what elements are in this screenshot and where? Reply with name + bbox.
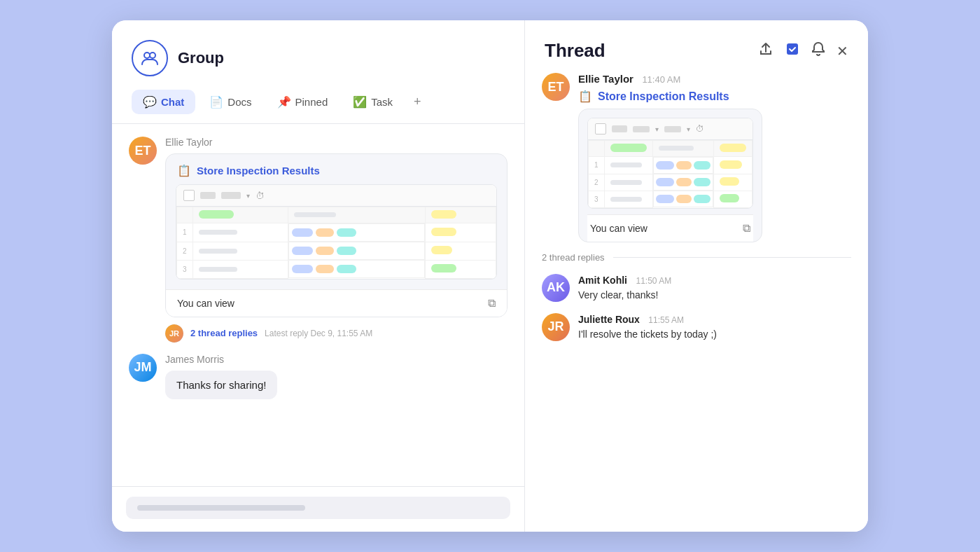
avatar-ellie-thread: ET — [542, 73, 570, 101]
tab-pinned[interactable]: 📌 Pinned — [266, 90, 340, 114]
sp-text-right — [612, 125, 627, 132]
sp-checkbox-left — [183, 190, 195, 201]
message-james: JM James Morris Thanks for sharing! — [129, 354, 507, 399]
right-content: ET Ellie Taylor 11:40 AM 📋 Store Inspect… — [525, 73, 868, 532]
reply-amit: AK Amit Kohli 11:50 AM Very clear, thank… — [542, 274, 851, 302]
svg-point-1 — [150, 53, 155, 58]
input-placeholder — [137, 505, 305, 511]
thread-original-message: ET Ellie Taylor 11:40 AM 📋 Store Inspect… — [542, 73, 851, 242]
right-panel: Thread — [525, 20, 868, 532]
thread-doc-title-row: 📋 Store Inspection Results — [578, 90, 762, 103]
copy-icon-left[interactable]: ⧉ — [488, 297, 496, 310]
thread-message-body: Ellie Taylor 11:40 AM 📋 Store Inspection… — [578, 73, 762, 242]
thread-title: Thread — [545, 40, 606, 62]
replies-count-text: 2 thread replies — [542, 252, 605, 263]
sp-preview-right: ▾ ▾ ⏱ — [587, 118, 753, 209]
ellie-sender-name: Ellie Taylor — [165, 137, 507, 148]
thread-sender-time: 11:40 AM — [642, 74, 680, 85]
bell-icon[interactable] — [811, 41, 825, 60]
reply-juliette: JR Juliette Roux 11:55 AM I'll resolve t… — [542, 313, 851, 341]
share-icon[interactable] — [758, 41, 774, 60]
sp-checkbox-right — [595, 123, 606, 134]
sp-row-2: 2 — [177, 242, 496, 260]
ellie-message-content: Ellie Taylor 📋 Store Inspection Results — [165, 137, 507, 317]
tab-chat-label: Chat — [161, 96, 184, 108]
thread-doc-icon: 📋 — [578, 90, 592, 103]
left-header: Group — [112, 20, 524, 76]
thread-doc-footer: You can view ⧉ — [587, 214, 753, 242]
sp-table-right: 1 2 — [588, 140, 752, 208]
group-icon — [132, 40, 168, 76]
amit-reply-time: 11:50 AM — [636, 276, 671, 286]
spreadsheet-preview-left: ▾ ⏱ 1 — [176, 184, 497, 280]
task-icon[interactable] — [785, 41, 800, 60]
doc-card-header: 📋 Store Inspection Results — [166, 154, 507, 184]
juliette-reply-text: I'll resolve the tickets by today ;) — [578, 329, 717, 340]
svg-point-0 — [144, 53, 150, 58]
thread-replies-link[interactable]: 2 thread replies — [190, 328, 258, 338]
chat-tab-icon: 💬 — [143, 95, 157, 109]
avatar-juliette: JR — [542, 313, 570, 341]
sp-row-3: 3 — [177, 260, 496, 278]
thread-replies-row: JR 2 thread replies Latest reply Dec 9, … — [129, 324, 507, 343]
juliette-reply-time: 11:55 AM — [648, 315, 684, 325]
sp-toolbar-right: ▾ ▾ ⏱ — [588, 118, 752, 140]
thread-doc-footer-text: You can view — [590, 223, 648, 234]
header-pill-green — [199, 210, 234, 219]
amit-sender-name: Amit Kohli — [578, 275, 627, 286]
avatar-amit: AK — [542, 274, 570, 302]
sp-table-left: 1 2 — [176, 207, 496, 279]
sp-row-1-right: 1 — [589, 157, 752, 174]
thread-replies-meta: Latest reply Dec 9, 11:55 AM — [265, 329, 372, 338]
james-bubble: Thanks for sharing! — [165, 371, 277, 399]
replies-divider-line — [613, 257, 851, 258]
doc-title-left: Store Inspection Results — [197, 165, 320, 177]
copy-icon-right[interactable]: ⧉ — [743, 222, 750, 235]
avatar-ellie: ET — [129, 137, 157, 165]
amit-reply-text: Very clear, thanks! — [578, 289, 671, 301]
sp-row-2-right: 2 — [589, 174, 752, 191]
chat-content: ET Ellie Taylor 📋 Store Inspection Resul… — [112, 124, 524, 486]
tab-docs[interactable]: 📄 Docs — [198, 90, 262, 114]
tab-bar: 💬 Chat 📄 Docs 📌 Pinned ✅ Task + — [112, 76, 524, 115]
doc-card-ellie: 📋 Store Inspection Results ▾ ⏱ — [165, 153, 507, 317]
right-header-actions: ✕ — [758, 41, 848, 60]
sp-header-row — [177, 207, 496, 223]
replies-divider: 2 thread replies — [542, 252, 851, 263]
tab-chat[interactable]: 💬 Chat — [132, 90, 195, 114]
close-icon[interactable]: ✕ — [836, 43, 848, 60]
james-message-content: James Morris Thanks for sharing! — [165, 354, 507, 399]
doc-icon: 📋 — [177, 164, 191, 177]
group-title: Group — [178, 49, 224, 67]
thread-sender-name: Ellie Taylor — [578, 73, 634, 85]
amit-reply-body: Amit Kohli 11:50 AM Very clear, thanks! — [578, 274, 671, 301]
sp-header-row-right — [589, 141, 752, 157]
james-sender-name: James Morris — [165, 354, 507, 365]
doc-footer-text-left: You can view — [177, 298, 234, 309]
juliette-reply-body: Juliette Roux 11:55 AM I'll resolve the … — [578, 313, 717, 340]
message-ellie: ET Ellie Taylor 📋 Store Inspection Resul… — [129, 137, 507, 317]
sp-chevron-left: ▾ — [246, 192, 250, 200]
sp-toolbar-left: ▾ ⏱ — [176, 185, 496, 207]
docs-tab-icon: 📄 — [209, 95, 223, 109]
sp-row-3-right: 3 — [589, 191, 752, 207]
thread-doc-title: Store Inspection Results — [598, 90, 729, 103]
sp-clock-left: ⏱ — [255, 191, 265, 201]
thread-avatar: JR — [165, 324, 183, 343]
thread-doc-card: ▾ ▾ ⏱ — [578, 109, 762, 242]
avatar-james: JM — [129, 354, 157, 382]
header-bar — [294, 212, 336, 217]
right-header: Thread — [525, 20, 868, 73]
message-input[interactable] — [126, 497, 510, 519]
tab-add-button[interactable]: + — [407, 89, 428, 115]
svg-rect-2 — [787, 43, 798, 55]
tab-docs-label: Docs — [227, 96, 251, 108]
sp-text-left — [200, 192, 216, 199]
task-tab-icon: ✅ — [353, 95, 367, 109]
juliette-sender-name: Juliette Roux — [578, 314, 640, 325]
tab-pinned-label: Pinned — [295, 96, 328, 108]
left-panel: Group 💬 Chat 📄 Docs 📌 Pinned ✅ Task + — [112, 20, 525, 532]
doc-footer-left: You can view ⧉ — [166, 289, 507, 317]
tab-task[interactable]: ✅ Task — [342, 90, 404, 114]
header-pill-yellow — [431, 210, 456, 219]
